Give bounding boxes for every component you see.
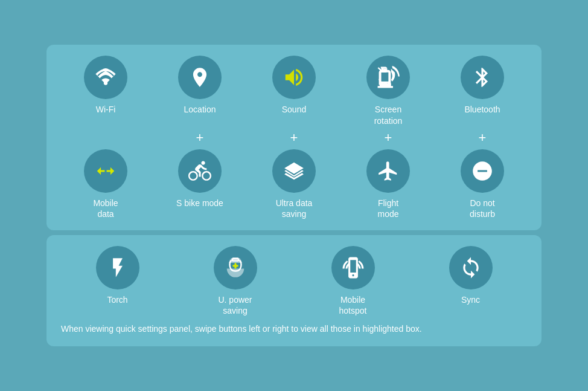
location-item[interactable]: Location <box>158 56 242 115</box>
bottom-panel: Torch U. power saving <box>46 235 542 346</box>
torch-icon <box>106 256 129 279</box>
plus-4: + <box>479 130 487 146</box>
do-not-disturb-icon <box>471 160 494 183</box>
ultra-data-saving-label: Ultra data saving <box>276 198 313 219</box>
sound-item[interactable]: Sound <box>252 56 336 115</box>
sync-item[interactable]: Sync <box>429 246 513 305</box>
wifi-label: Wi-Fi <box>96 104 116 115</box>
sync-icon <box>459 256 482 279</box>
plus-2: + <box>290 130 298 146</box>
mobile-hotspot-label: Mobile hotspot <box>339 294 367 316</box>
u-power-saving-circle <box>214 246 257 289</box>
screen-rotation-circle <box>366 56 410 99</box>
s-bike-mode-icon <box>188 160 211 183</box>
bluetooth-label: Bluetooth <box>464 104 500 115</box>
quick-settings-row-2: Mobile data S bike mode Ultra data s <box>59 149 529 219</box>
flight-mode-label: Flight mode <box>377 198 398 219</box>
bluetooth-item[interactable]: Bluetooth <box>440 56 525 115</box>
top-panel: Wi-Fi Location Sound <box>46 45 542 230</box>
sound-circle <box>272 56 316 99</box>
sync-label: Sync <box>461 294 480 305</box>
quick-settings-row-3: Torch U. power saving <box>59 246 529 316</box>
do-not-disturb-label: Do not disturb <box>470 198 495 219</box>
quick-settings-row-1: Wi-Fi Location Sound <box>59 56 529 126</box>
ultra-data-saving-circle <box>272 149 316 193</box>
torch-circle <box>96 246 139 289</box>
mobile-data-circle <box>84 149 127 193</box>
sound-icon <box>283 66 305 89</box>
mobile-hotspot-item[interactable]: Mobile hotspot <box>311 246 395 316</box>
location-label: Location <box>184 104 216 115</box>
bluetooth-icon <box>471 66 494 89</box>
plus-3: + <box>385 130 392 146</box>
mobile-hotspot-icon <box>342 256 365 279</box>
svg-rect-0 <box>380 72 389 82</box>
screen-rotation-label: Screen rotation <box>374 104 403 126</box>
wifi-icon <box>94 66 117 89</box>
torch-label: Torch <box>107 294 127 305</box>
plus-1: + <box>196 130 204 146</box>
mobile-data-icon <box>94 160 117 183</box>
mobile-hotspot-circle <box>331 246 375 289</box>
mobile-data-label: Mobile data <box>93 198 118 219</box>
main-container: Wi-Fi Location Sound <box>46 45 542 346</box>
flight-mode-icon <box>377 160 400 183</box>
location-icon <box>188 66 211 89</box>
mobile-data-item[interactable]: Mobile data <box>63 149 148 219</box>
sync-circle <box>449 246 493 289</box>
location-circle <box>178 56 222 99</box>
flight-mode-circle <box>366 149 410 193</box>
screen-rotation-item[interactable]: Screen rotation <box>346 56 430 126</box>
screen-rotation-icon <box>377 66 400 89</box>
s-bike-mode-item[interactable]: S bike mode <box>158 149 242 208</box>
info-text: When viewing quick settings panel, swipe… <box>59 317 529 340</box>
torch-item[interactable]: Torch <box>75 246 160 305</box>
sound-label: Sound <box>282 104 306 115</box>
flight-mode-item[interactable]: Flight mode <box>346 149 430 219</box>
u-power-saving-item[interactable]: U. power saving <box>193 246 278 316</box>
wifi-circle <box>84 56 127 99</box>
s-bike-mode-label: S bike mode <box>176 198 223 208</box>
u-power-saving-icon <box>224 256 247 279</box>
do-not-disturb-circle <box>461 149 504 193</box>
wifi-item[interactable]: Wi-Fi <box>63 56 148 115</box>
plus-row: + + + + + <box>59 126 529 149</box>
u-power-saving-label: U. power saving <box>218 294 252 316</box>
do-not-disturb-item[interactable]: Do not disturb <box>440 149 525 219</box>
s-bike-mode-circle <box>178 149 222 193</box>
bluetooth-circle <box>461 56 504 99</box>
ultra-data-saving-item[interactable]: Ultra data saving <box>252 149 336 219</box>
ultra-data-saving-icon <box>283 160 305 183</box>
